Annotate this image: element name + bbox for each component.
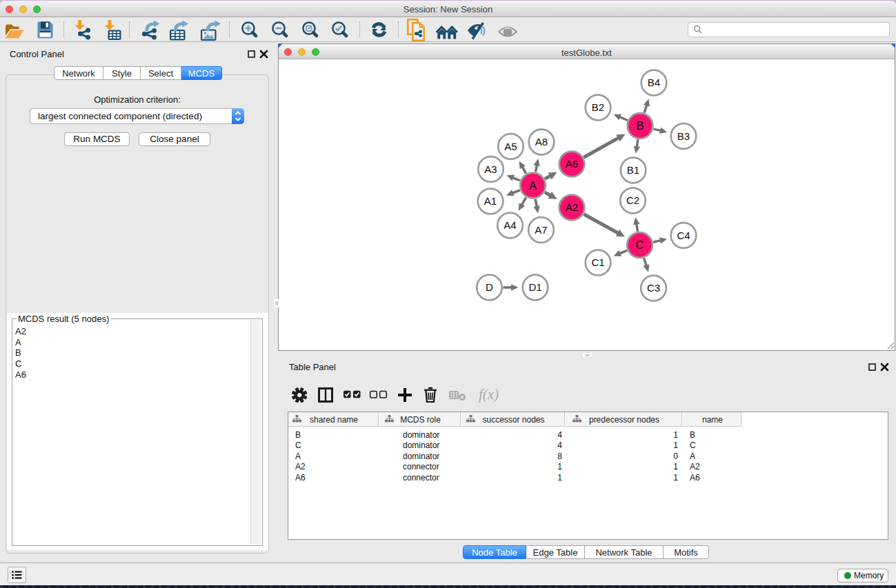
svg-text:B1: B1 [627,164,639,176]
svg-text:B: B [636,119,644,132]
svg-text:A5: A5 [504,141,517,152]
svg-text:C: C [636,239,644,251]
svg-text:A7: A7 [535,224,547,236]
svg-text:B3: B3 [677,130,690,142]
svg-text:A: A [529,179,537,192]
svg-text:B2: B2 [592,101,604,113]
svg-text:D: D [486,281,493,293]
svg-text:A6: A6 [566,158,578,170]
svg-text:B4: B4 [648,77,660,88]
svg-text:A4: A4 [504,219,516,231]
svg-text:A8: A8 [535,136,548,148]
svg-text:C1: C1 [591,256,604,268]
svg-text:C4: C4 [677,230,690,241]
svg-text:D1: D1 [528,281,541,293]
svg-text:C3: C3 [647,282,660,294]
svg-text:A2: A2 [566,201,578,213]
svg-text:C2: C2 [626,194,639,206]
svg-text:A3: A3 [484,163,497,175]
svg-text:A1: A1 [484,195,497,207]
